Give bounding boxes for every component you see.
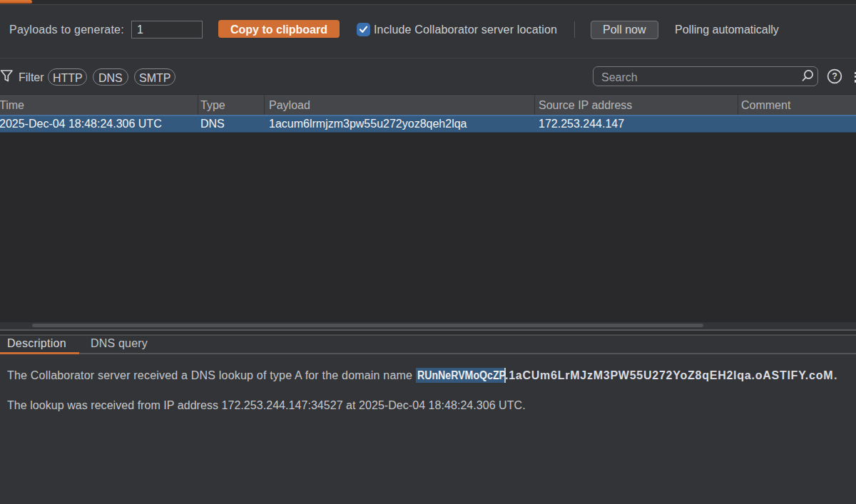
svg-text:?: ? xyxy=(832,71,837,81)
